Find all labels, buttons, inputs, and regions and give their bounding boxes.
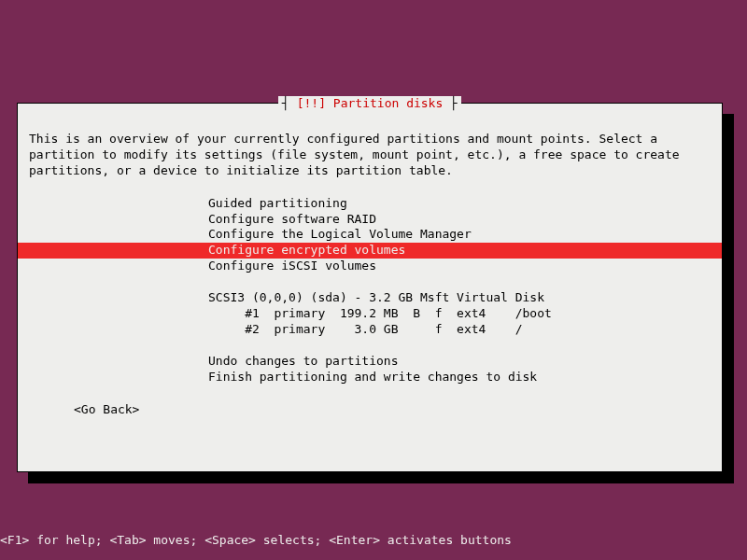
dialog-title-row: ┤ [!!] Partition disks ├ <box>18 96 722 112</box>
footer-help: <F1> for help; <Tab> moves; <Space> sele… <box>0 533 512 549</box>
menu-item-iscsi[interactable]: Configure iSCSI volumes <box>18 259 722 274</box>
go-back-button[interactable]: <Go Back> <box>18 385 722 418</box>
partition-dialog: ┤ [!!] Partition disks ├ This is an over… <box>17 103 723 472</box>
partition-row-2[interactable]: #2 primary 3.0 GB f ext4 / <box>18 322 722 338</box>
dialog-title: Partition disks <box>333 96 443 110</box>
dialog-description: This is an overview of your currently co… <box>18 104 722 179</box>
decoration-left: ┤ <box>282 96 297 110</box>
menu-spacer <box>18 274 722 290</box>
menu-spacer-2 <box>18 338 722 354</box>
decoration-right: ├ <box>443 96 458 110</box>
menu-item-guided[interactable]: Guided partitioning <box>18 196 722 212</box>
menu-item-lvm[interactable]: Configure the Logical Volume Manager <box>18 227 722 243</box>
menu-item-undo[interactable]: Undo changes to partitions <box>18 354 722 370</box>
menu: Guided partitioning Configure software R… <box>18 179 722 385</box>
menu-item-finish[interactable]: Finish partitioning and write changes to… <box>18 370 722 385</box>
menu-item-encrypted[interactable]: Configure encrypted volumes <box>18 243 722 259</box>
title-bang: [!!] <box>297 96 326 110</box>
disk-header[interactable]: SCSI3 (0,0,0) (sda) - 3.2 GB Msft Virtua… <box>18 290 722 306</box>
menu-item-raid[interactable]: Configure software RAID <box>18 212 722 228</box>
partition-row-1[interactable]: #1 primary 199.2 MB B f ext4 /boot <box>18 306 722 322</box>
